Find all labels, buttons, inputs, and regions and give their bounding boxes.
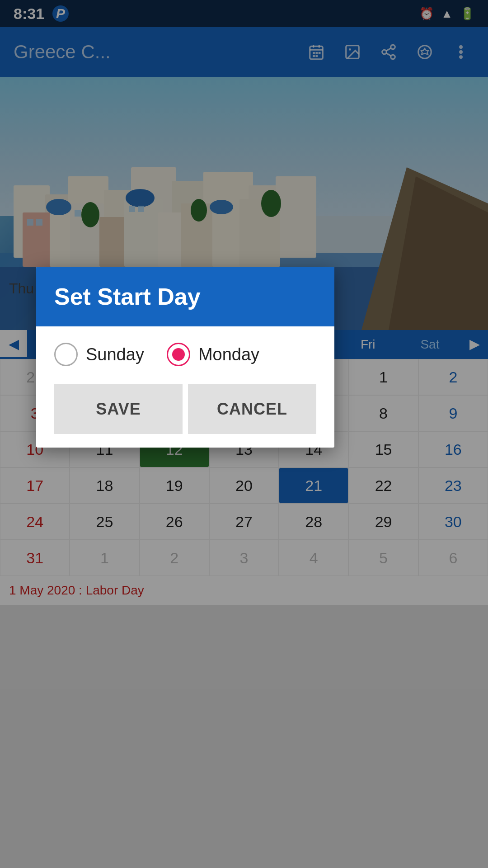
dialog-overlay: Set Start Day Sunday Monday S	[0, 0, 488, 868]
monday-radio-inner	[172, 348, 185, 361]
sunday-radio-label: Sunday	[86, 345, 144, 364]
dialog-header: Set Start Day	[36, 267, 334, 326]
save-button[interactable]: SAVE	[54, 384, 183, 434]
dialog-actions: SAVE CANCEL	[54, 384, 316, 434]
dialog-title: Set Start Day	[54, 283, 316, 310]
radio-options-row: Sunday Monday	[54, 343, 316, 366]
monday-radio-circle	[167, 343, 190, 366]
monday-radio-label: Monday	[198, 345, 259, 364]
dialog-body: Sunday Monday SAVE CANCEL	[36, 326, 334, 448]
cancel-button[interactable]: CANCEL	[188, 384, 316, 434]
sunday-radio-circle	[54, 343, 78, 366]
set-start-day-dialog: Set Start Day Sunday Monday S	[36, 267, 334, 448]
sunday-radio-option[interactable]: Sunday	[54, 343, 144, 366]
monday-radio-option[interactable]: Monday	[167, 343, 259, 366]
